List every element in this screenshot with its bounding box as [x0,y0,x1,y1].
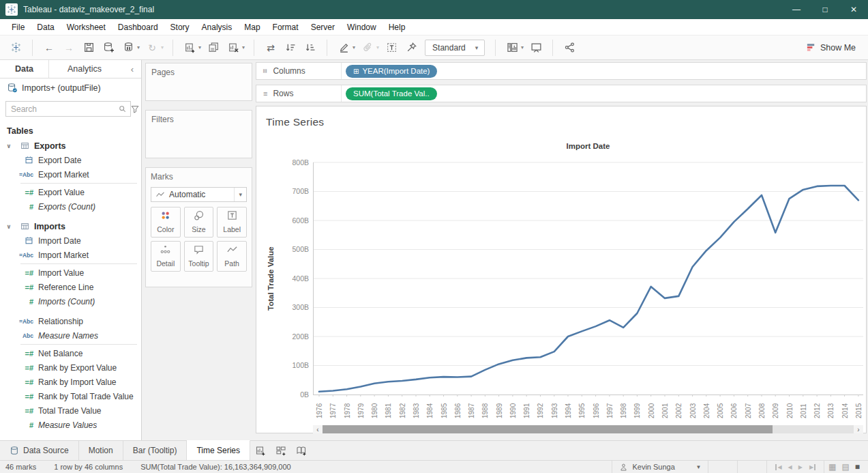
mark-type-select[interactable]: Automatic ▾ [151,187,247,202]
x-tick-label-2003[interactable]: 2003 [687,399,699,423]
x-tick-label-2009[interactable]: 2009 [769,399,781,423]
columns-shelf[interactable]: ≡ Columns ⊞ YEAR(Import Date) [256,62,867,80]
pill-year-import-date[interactable]: ⊞ YEAR(Import Date) [346,65,437,78]
sheet-tab-data-source[interactable]: Data Source [0,441,79,460]
new-worksheet-tab-button[interactable] [250,441,271,460]
swap-rows-columns-button[interactable]: ⇄ [262,39,280,57]
last-sheet-button[interactable]: ▶ [809,464,815,470]
show-hide-cards-button[interactable] [503,39,521,57]
menu-help[interactable]: Help [383,20,412,35]
field-rank-by-import-value[interactable]: =#Rank by Import Value [0,375,141,389]
minimize-button[interactable]: — [782,0,811,19]
x-tick-label-1979[interactable]: 1979 [355,399,367,423]
menu-worksheet[interactable]: Worksheet [61,20,112,35]
x-tick-label-1993[interactable]: 1993 [548,399,560,423]
x-tick-label-1997[interactable]: 1997 [603,399,616,423]
duplicate-sheet-button[interactable] [205,39,222,57]
x-tick-label-1983[interactable]: 1983 [410,399,422,423]
table-exports[interactable]: ∨Exports [0,139,141,153]
sort-descending-button[interactable] [301,39,319,57]
new-worksheet-button[interactable] [181,39,198,57]
x-tick-label-1998[interactable]: 1998 [617,399,629,423]
x-tick-label-2005[interactable]: 2005 [714,399,726,423]
trend-line[interactable] [319,186,858,392]
scrollbar-thumb[interactable] [323,425,773,433]
share-button[interactable] [560,39,578,57]
x-tick-label-2008[interactable]: 2008 [755,399,768,423]
x-tick-label-1981[interactable]: 1981 [382,399,394,423]
field-measure-names[interactable]: AbcMeasure Names [0,328,141,343]
sheet-tab-time-series[interactable]: Time Series [187,440,250,460]
expand-plus-icon[interactable]: ⊞ [353,68,359,75]
field-import-market[interactable]: =AbcImport Market [0,248,141,262]
x-tick-label-2002[interactable]: 2002 [672,399,685,423]
save-button[interactable] [80,39,98,57]
new-worksheet-button-dropdown[interactable]: ▾ [198,44,201,51]
marks-detail-button[interactable]: Detail [151,241,181,272]
menu-map[interactable]: Map [238,20,266,35]
field-import-date[interactable]: Import Date [0,233,141,248]
marks-tooltip-button[interactable]: Tooltip [184,241,214,272]
maximize-button[interactable]: □ [811,0,839,19]
x-tick-label-1992[interactable]: 1992 [534,399,546,423]
sheet-tab-bar-tooltip[interactable]: Bar (Tooltip) [123,441,188,460]
x-tick-label-2004[interactable]: 2004 [700,399,713,423]
pill-sum-total-trade-value[interactable]: SUM(Total Trade Val.. [346,87,437,100]
x-tick-label-2001[interactable]: 2001 [659,399,671,423]
show-tabs-icon[interactable]: ■ [855,463,860,471]
menu-analysis[interactable]: Analysis [196,20,239,35]
filters-shelf[interactable]: Filters [145,110,252,158]
x-tick-label-2013[interactable]: 2013 [824,399,837,423]
x-tick-label-2010[interactable]: 2010 [783,399,796,423]
field-net-balance[interactable]: =#Net Balance [0,346,141,360]
search-input[interactable] [5,101,131,117]
new-dashboard-tab-button[interactable] [271,441,291,460]
user-menu[interactable]: Kevin Sunga ▼ [612,463,708,472]
x-tick-label-1978[interactable]: 1978 [341,399,353,423]
close-button[interactable]: ✕ [839,0,868,19]
next-sheet-button[interactable]: ▶ [798,464,803,470]
x-tick-label-2014[interactable]: 2014 [839,399,851,423]
sort-ascending-button[interactable] [282,39,299,57]
x-tick-label-1989[interactable]: 1989 [493,399,505,423]
field-rank-by-total-trade-value[interactable]: =#Rank by Total Trade Value [0,389,141,403]
x-tick-label-1980[interactable]: 1980 [368,399,380,423]
field-export-market[interactable]: =AbcExport Market [0,167,141,182]
show-mark-labels-button[interactable] [383,39,400,57]
plot-area[interactable] [313,154,863,397]
field-import-value[interactable]: =#Import Value [0,266,141,280]
menu-data[interactable]: Data [31,20,60,35]
rows-shelf[interactable]: ≡ Rows SUM(Total Trade Val.. [256,85,867,102]
x-tick-label-1995[interactable]: 1995 [575,399,588,423]
fix-axes-button[interactable] [402,39,420,57]
field-reference-line[interactable]: =#Reference Line [0,280,141,294]
scroll-left-arrow[interactable]: ‹ [313,425,323,433]
horizontal-scrollbar[interactable]: ‹ › [313,425,863,433]
collapse-pane-button[interactable]: ‹ [123,60,141,78]
marks-label-button[interactable]: Label [217,207,247,238]
menu-story[interactable]: Story [164,20,196,35]
menu-format[interactable]: Format [267,20,305,35]
menu-server[interactable]: Server [305,20,341,35]
x-tick-label-1982[interactable]: 1982 [396,399,408,423]
marks-size-button[interactable]: Size [184,207,214,238]
pages-shelf[interactable]: Pages [145,63,252,101]
x-tick-label-1994[interactable]: 1994 [562,399,574,423]
presentation-mode-button[interactable] [527,39,545,57]
highlight-button-dropdown[interactable]: ▾ [353,44,355,51]
field-export-value[interactable]: =#Export Value [0,185,141,199]
tab-data[interactable]: Data [0,60,49,78]
field-export-date[interactable]: Export Date [0,153,141,167]
scrollbar-track[interactable] [323,425,854,433]
data-source-item[interactable]: Imports+ (outputFile) [0,78,141,97]
x-tick-label-1996[interactable]: 1996 [590,399,602,423]
previous-sheet-button[interactable]: ◀ [788,464,792,470]
x-tick-label-1986[interactable]: 1986 [451,399,464,423]
field-total-trade-value[interactable]: =#Total Trade Value [0,403,141,418]
x-tick-label-1988[interactable]: 1988 [479,399,491,423]
chevron-down-icon[interactable]: ∨ [4,223,14,230]
x-tick-label-2015[interactable]: 2015 [852,399,865,423]
marks-path-button[interactable]: Path [217,241,247,272]
undo-button[interactable]: ← [40,39,58,57]
x-tick-label-2012[interactable]: 2012 [811,399,823,423]
